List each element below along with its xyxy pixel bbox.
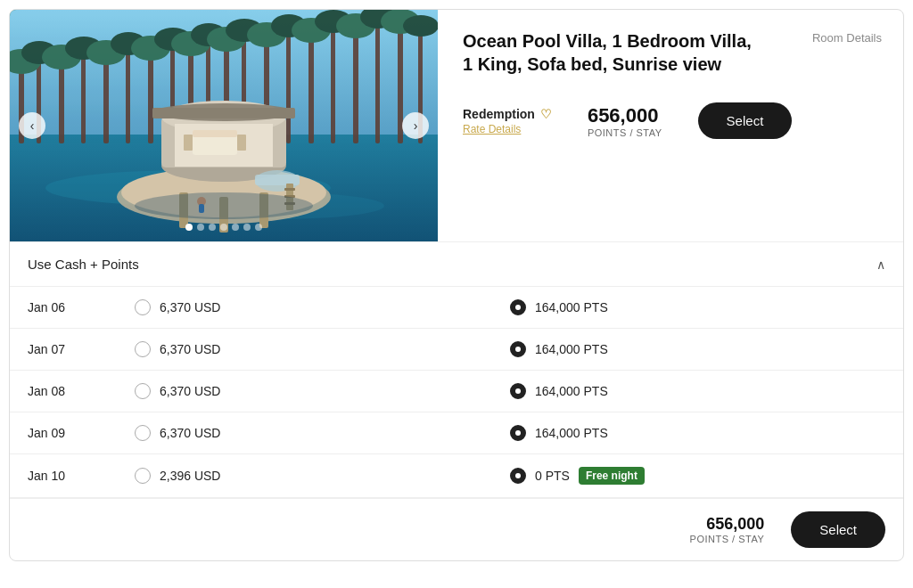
date-jan10: Jan 10 (28, 469, 135, 483)
top-section: ‹ › Ocean Pool Villa, 1 Bedroom Villa, 1… (10, 10, 903, 241)
bottom-points-label: POINTS / Stay (690, 534, 765, 544)
carousel-dots (185, 224, 262, 231)
svg-rect-50 (152, 108, 295, 118)
pts-amount-jan07: 164,000 PTS (535, 342, 608, 356)
section-title: Use Cash + Points (28, 257, 139, 272)
date-row: Jan 09 6,370 USD 164,000 PTS (10, 412, 903, 454)
usd-col-jan06: 6,370 USD (135, 299, 510, 315)
carousel-dot-2[interactable] (197, 224, 204, 231)
hotel-room-card: ‹ › Ocean Pool Villa, 1 Bedroom Villa, 1… (9, 9, 904, 561)
date-row: Jan 07 6,370 USD 164,000 PTS (10, 329, 903, 371)
date-jan09: Jan 09 (28, 426, 135, 440)
rate-row: Redemption ♡ Rate Details 656,000 POINTS… (463, 102, 882, 139)
chevron-up-icon: ∧ (876, 257, 885, 272)
pts-amount-jan08: 164,000 PTS (535, 384, 608, 398)
carousel-dot-1[interactable] (185, 224, 193, 231)
radio-pts-jan08[interactable] (510, 383, 526, 399)
svg-rect-7 (81, 50, 86, 143)
redemption-text: Redemption (463, 107, 535, 121)
svg-rect-10 (148, 50, 153, 143)
room-header: Ocean Pool Villa, 1 Bedroom Villa, 1 Kin… (463, 29, 882, 76)
section-header[interactable]: Use Cash + Points ∧ (10, 242, 903, 287)
villa-scene-svg (10, 10, 438, 241)
radio-usd-jan07[interactable] (135, 341, 151, 357)
date-row: Jan 08 6,370 USD 164,000 PTS (10, 371, 903, 412)
image-carousel: ‹ › (10, 10, 438, 241)
rate-details-link[interactable]: Rate Details (463, 123, 552, 135)
usd-col-jan07: 6,370 USD (135, 341, 510, 357)
room-details-link[interactable]: Room Details (812, 31, 882, 45)
pts-col-jan06: 164,000 PTS (510, 299, 885, 315)
usd-amount-jan07: 6,370 USD (160, 342, 220, 356)
svg-rect-6 (59, 59, 64, 143)
redemption-label: Redemption ♡ (463, 107, 552, 121)
usd-col-jan09: 6,370 USD (135, 425, 510, 441)
pts-col-jan10: 0 PTS Free night (510, 467, 885, 485)
svg-rect-9 (126, 45, 130, 143)
free-night-badge: Free night (579, 467, 645, 485)
usd-amount-jan06: 6,370 USD (160, 300, 220, 314)
cash-points-section: Use Cash + Points ∧ Jan 06 6,370 USD 164… (10, 241, 903, 560)
radio-usd-jan09[interactable] (135, 425, 151, 441)
heart-icon: ♡ (540, 107, 552, 121)
date-jan06: Jan 06 (28, 300, 135, 314)
rate-label: Redemption ♡ Rate Details (463, 107, 552, 135)
svg-rect-59 (284, 188, 295, 191)
radio-usd-jan06[interactable] (135, 299, 151, 315)
date-row: Jan 06 6,370 USD 164,000 PTS (10, 287, 903, 329)
svg-rect-53 (193, 130, 237, 137)
bottom-bar: 656,000 POINTS / Stay Select (10, 498, 903, 560)
info-area: Ocean Pool Villa, 1 Bedroom Villa, 1 Kin… (438, 10, 903, 241)
svg-rect-17 (286, 28, 291, 143)
points-label: POINTS / Stay (588, 127, 662, 138)
carousel-dot-3[interactable] (209, 224, 216, 231)
date-jan07: Jan 07 (28, 342, 135, 356)
radio-pts-jan10[interactable] (510, 468, 526, 484)
room-title: Ocean Pool Villa, 1 Bedroom Villa, 1 Kin… (463, 29, 766, 76)
usd-col-jan10: 2,396 USD (135, 468, 510, 484)
bottom-points-value: 656,000 (706, 515, 764, 534)
bottom-points-display: 656,000 POINTS / Stay (690, 515, 765, 544)
svg-point-67 (135, 192, 313, 219)
carousel-dot-4[interactable] (220, 224, 227, 231)
svg-rect-8 (103, 54, 109, 143)
carousel-prev-button[interactable]: ‹ (19, 112, 45, 139)
svg-rect-19 (331, 23, 335, 143)
carousel-dot-6[interactable] (243, 224, 251, 231)
radio-pts-jan06[interactable] (510, 299, 526, 315)
carousel-dot-5[interactable] (232, 224, 239, 231)
svg-rect-54 (184, 135, 193, 151)
usd-amount-jan10: 2,396 USD (160, 469, 220, 483)
radio-pts-jan07[interactable] (510, 341, 526, 357)
points-value: 656,000 (588, 104, 659, 127)
pts-col-jan07: 164,000 PTS (510, 341, 885, 357)
select-button-bottom[interactable]: Select (791, 511, 885, 548)
usd-amount-jan08: 6,370 USD (160, 384, 220, 398)
usd-col-jan08: 6,370 USD (135, 383, 510, 399)
pts-col-jan09: 164,000 PTS (510, 425, 885, 441)
select-button-top[interactable]: Select (698, 102, 793, 139)
radio-usd-jan10[interactable] (135, 468, 151, 484)
svg-rect-18 (308, 32, 314, 143)
pts-amount-jan10: 0 PTS (535, 469, 570, 483)
pts-amount-jan09: 164,000 PTS (535, 426, 608, 440)
pts-col-jan08: 164,000 PTS (510, 383, 885, 399)
radio-usd-jan08[interactable] (135, 383, 151, 399)
points-display: 656,000 POINTS / Stay (588, 104, 662, 138)
date-row: Jan 10 2,396 USD 0 PTS Free night (10, 454, 903, 498)
carousel-dot-7[interactable] (255, 224, 262, 231)
svg-rect-20 (353, 28, 358, 143)
carousel-next-button[interactable]: › (402, 112, 429, 139)
svg-rect-55 (237, 135, 246, 151)
usd-amount-jan09: 6,370 USD (160, 426, 220, 440)
pts-amount-jan06: 164,000 PTS (535, 300, 608, 314)
svg-point-43 (403, 15, 438, 37)
radio-pts-jan09[interactable] (510, 425, 526, 441)
svg-rect-21 (375, 19, 380, 143)
date-jan08: Jan 08 (28, 384, 135, 398)
